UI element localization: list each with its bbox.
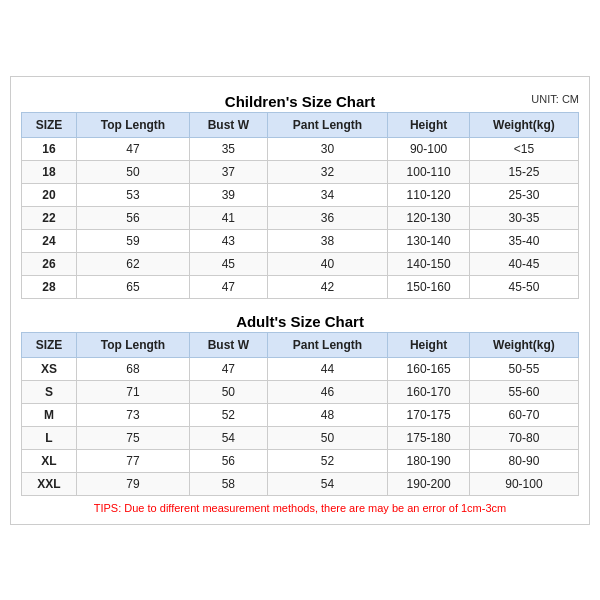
table-cell: 16 (22, 137, 77, 160)
table-cell: 160-170 (388, 380, 470, 403)
table-cell: 45 (190, 252, 268, 275)
table-row: XL775652180-19080-90 (22, 449, 579, 472)
table-cell: 24 (22, 229, 77, 252)
children-section-title: Children's Size Chart UNIT: CM (21, 87, 579, 112)
table-cell: 45-50 (469, 275, 578, 298)
size-chart-container: Children's Size Chart UNIT: CM SIZE Top … (10, 76, 590, 525)
table-cell: <15 (469, 137, 578, 160)
table-cell: 55-60 (469, 380, 578, 403)
table-cell: 56 (76, 206, 189, 229)
adult-table-body: XS684744160-16550-55S715046160-17055-60M… (22, 357, 579, 495)
adult-col-header-pant-length: Pant Length (267, 332, 388, 357)
table-cell: 50-55 (469, 357, 578, 380)
col-header-height: Height (388, 112, 470, 137)
table-cell: 79 (76, 472, 189, 495)
table-cell: 40 (267, 252, 388, 275)
table-cell: 65 (76, 275, 189, 298)
table-cell: 15-25 (469, 160, 578, 183)
table-cell: 90-100 (388, 137, 470, 160)
table-cell: 47 (190, 275, 268, 298)
table-cell: XXL (22, 472, 77, 495)
table-cell: 150-160 (388, 275, 470, 298)
table-cell: 160-165 (388, 357, 470, 380)
adult-col-header-bust-w: Bust W (190, 332, 268, 357)
table-cell: 120-130 (388, 206, 470, 229)
table-cell: 50 (76, 160, 189, 183)
table-cell: S (22, 380, 77, 403)
table-cell: 18 (22, 160, 77, 183)
table-cell: 35-40 (469, 229, 578, 252)
table-cell: 46 (267, 380, 388, 403)
table-cell: XL (22, 449, 77, 472)
table-cell: 170-175 (388, 403, 470, 426)
adult-size-table: SIZE Top Length Bust W Pant Length Heigh… (21, 332, 579, 496)
table-cell: 42 (267, 275, 388, 298)
table-cell: 100-110 (388, 160, 470, 183)
children-header-row: SIZE Top Length Bust W Pant Length Heigh… (22, 112, 579, 137)
table-cell: 52 (267, 449, 388, 472)
table-row: 26624540140-15040-45 (22, 252, 579, 275)
children-table-body: 1647353090-100<1518503732100-11015-25205… (22, 137, 579, 298)
table-cell: 68 (76, 357, 189, 380)
table-row: 20533934110-12025-30 (22, 183, 579, 206)
table-row: 22564136120-13030-35 (22, 206, 579, 229)
table-cell: 110-120 (388, 183, 470, 206)
table-row: 1647353090-100<15 (22, 137, 579, 160)
adult-col-header-size: SIZE (22, 332, 77, 357)
table-row: XXL795854190-20090-100 (22, 472, 579, 495)
children-size-table: SIZE Top Length Bust W Pant Length Heigh… (21, 112, 579, 299)
table-cell: 73 (76, 403, 189, 426)
table-cell: 44 (267, 357, 388, 380)
table-cell: 59 (76, 229, 189, 252)
table-cell: 30-35 (469, 206, 578, 229)
table-row: XS684744160-16550-55 (22, 357, 579, 380)
table-cell: 60-70 (469, 403, 578, 426)
table-cell: 37 (190, 160, 268, 183)
table-cell: 36 (267, 206, 388, 229)
table-cell: 22 (22, 206, 77, 229)
table-cell: 48 (267, 403, 388, 426)
table-row: L755450175-18070-80 (22, 426, 579, 449)
table-cell: 58 (190, 472, 268, 495)
tips-text: TIPS: Due to different measurement metho… (21, 502, 579, 514)
table-cell: M (22, 403, 77, 426)
table-row: M735248170-17560-70 (22, 403, 579, 426)
table-cell: 54 (190, 426, 268, 449)
table-cell: 32 (267, 160, 388, 183)
table-cell: 53 (76, 183, 189, 206)
table-cell: 34 (267, 183, 388, 206)
table-cell: 47 (190, 357, 268, 380)
adult-col-header-top-length: Top Length (76, 332, 189, 357)
table-cell: 41 (190, 206, 268, 229)
table-row: 18503732100-11015-25 (22, 160, 579, 183)
table-cell: 47 (76, 137, 189, 160)
table-cell: 190-200 (388, 472, 470, 495)
table-cell: 175-180 (388, 426, 470, 449)
adult-col-header-height: Height (388, 332, 470, 357)
col-header-weight: Weight(kg) (469, 112, 578, 137)
table-row: 24594338130-14035-40 (22, 229, 579, 252)
children-title-text: Children's Size Chart (225, 93, 375, 110)
table-cell: 62 (76, 252, 189, 275)
table-cell: 75 (76, 426, 189, 449)
table-cell: 180-190 (388, 449, 470, 472)
table-cell: 77 (76, 449, 189, 472)
col-header-top-length: Top Length (76, 112, 189, 137)
table-cell: 40-45 (469, 252, 578, 275)
table-cell: 80-90 (469, 449, 578, 472)
table-cell: 25-30 (469, 183, 578, 206)
col-header-bust-w: Bust W (190, 112, 268, 137)
table-cell: 38 (267, 229, 388, 252)
table-cell: 43 (190, 229, 268, 252)
col-header-pant-length: Pant Length (267, 112, 388, 137)
adult-title-text: Adult's Size Chart (236, 313, 364, 330)
table-cell: XS (22, 357, 77, 380)
table-cell: 140-150 (388, 252, 470, 275)
adult-col-header-weight: Weight(kg) (469, 332, 578, 357)
table-cell: 71 (76, 380, 189, 403)
table-cell: 90-100 (469, 472, 578, 495)
table-cell: 35 (190, 137, 268, 160)
table-cell: 26 (22, 252, 77, 275)
adult-header-row: SIZE Top Length Bust W Pant Length Heigh… (22, 332, 579, 357)
unit-label: UNIT: CM (531, 93, 579, 105)
